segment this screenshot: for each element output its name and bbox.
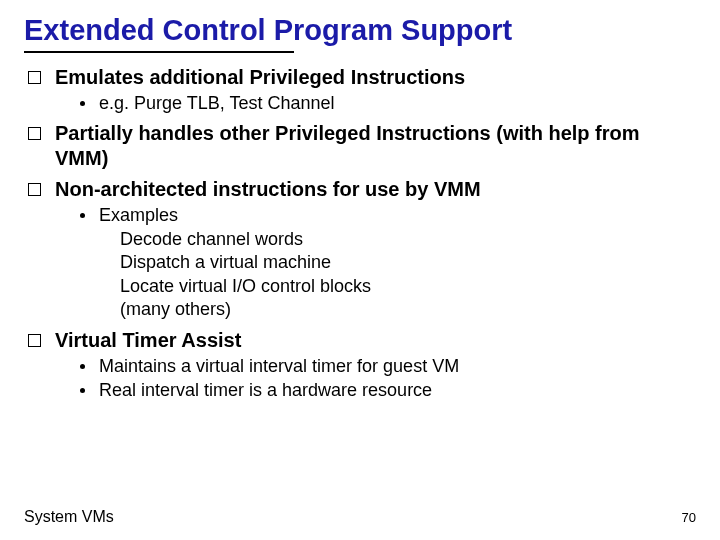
dot-bullet-icon (80, 388, 85, 393)
bullet-partially-handles: Partially handles other Privileged Instr… (28, 121, 696, 171)
square-bullet-icon (28, 334, 41, 347)
title-rule (24, 51, 294, 53)
subbullet-text: Examples (99, 204, 696, 227)
dot-bullet-icon (80, 101, 85, 106)
slide: Extended Control Program Support Emulate… (0, 0, 720, 540)
square-bullet-icon (28, 127, 41, 140)
slide-body: Emulates additional Privileged Instructi… (24, 65, 696, 402)
bullet-virtual-timer: Virtual Timer Assist (28, 328, 696, 353)
square-bullet-icon (28, 71, 41, 84)
slide-title: Extended Control Program Support (24, 14, 696, 47)
bullet-emulates: Emulates additional Privileged Instructi… (28, 65, 696, 90)
subbullet-maintains: Maintains a virtual interval timer for g… (80, 355, 696, 378)
subbullet-text: Maintains a virtual interval timer for g… (99, 355, 696, 378)
bullet-text: Emulates additional Privileged Instructi… (55, 65, 696, 90)
slide-footer: System VMs 70 (24, 508, 696, 526)
bullet-text: Partially handles other Privileged Instr… (55, 121, 696, 171)
dot-bullet-icon (80, 364, 85, 369)
example-line: Dispatch a virtual machine (120, 251, 696, 274)
subbullet-text: e.g. Purge TLB, Test Channel (99, 92, 696, 115)
example-line: Locate virtual I/O control blocks (120, 275, 696, 298)
subbullet-eg-purge: e.g. Purge TLB, Test Channel (80, 92, 696, 115)
subbullet-real-interval: Real interval timer is a hardware resour… (80, 379, 696, 402)
bullet-text: Virtual Timer Assist (55, 328, 696, 353)
subbullet-text: Real interval timer is a hardware resour… (99, 379, 696, 402)
footer-source: System VMs (24, 508, 114, 526)
bullet-non-architected: Non-architected instructions for use by … (28, 177, 696, 202)
bullet-text: Non-architected instructions for use by … (55, 177, 696, 202)
dot-bullet-icon (80, 213, 85, 218)
example-line: Decode channel words (120, 228, 696, 251)
example-line: (many others) (120, 298, 696, 321)
subbullet-examples: Examples (80, 204, 696, 227)
square-bullet-icon (28, 183, 41, 196)
page-number: 70 (682, 510, 696, 525)
